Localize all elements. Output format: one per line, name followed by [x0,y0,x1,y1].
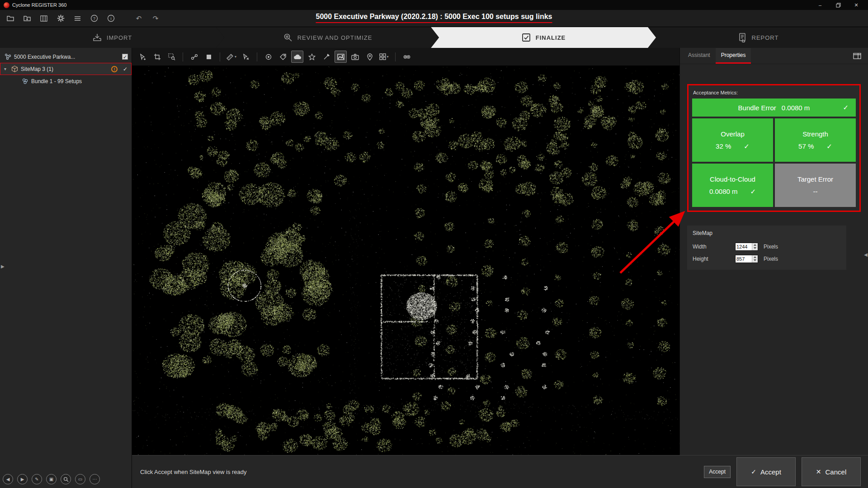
image-tool-button[interactable] [335,51,347,63]
tag-tool-button[interactable] [277,51,289,63]
viewport-toolbar: ▾ [132,48,679,66]
sitemap-height-row: Height Pixels [693,253,841,264]
help-button[interactable]: ? [88,13,100,24]
redo-button[interactable]: ↷ [150,13,161,24]
tree-item-sitemap[interactable]: ▾ SiteMap 3 (1) ! ✓ [0,63,132,75]
help-icon: ? [90,14,98,22]
fill-square-tool-button[interactable] [203,51,215,63]
select-tool-button[interactable] [137,51,149,63]
cancel-button[interactable]: ✕ Cancel [802,457,861,486]
folder-export-icon [24,15,31,22]
cloud-tool-button[interactable] [291,51,303,63]
left-panel-expander[interactable]: ▶ [1,264,5,269]
height-unit: Pixels [764,256,778,262]
expand-caret-icon[interactable]: ▾ [4,66,10,71]
tab-finalize-label: FINALIZE [536,34,566,41]
main-toolbar: ? i ↶ ↷ 5000 Executive Parkway (2020.2.1… [0,10,868,27]
check-icon: ✓ [843,103,849,112]
info-button[interactable]: i [105,13,117,24]
list-button[interactable] [71,13,83,24]
pick-tool-button[interactable] [240,51,252,63]
settings-button[interactable] [55,13,66,24]
height-stepper[interactable] [752,255,758,263]
toolbar-icons: ? i ↶ ↷ [5,13,161,24]
title-bar: Cyclone REGISTER 360 – ✕ [0,0,868,10]
panels-icon [40,15,47,22]
tree-item-project[interactable]: 5000 Executive Parkwa... ✓ [0,51,132,63]
measure-tool-button[interactable]: ▾ [225,51,237,63]
toolbar-separator [395,52,396,61]
tree-item-project-label: 5000 Executive Parkwa... [14,54,122,60]
report-doc-icon [737,33,747,42]
duplicate-button[interactable]: ▣ [46,474,57,484]
sitemap-check-icon[interactable]: ✓ [123,66,127,72]
undo-button[interactable]: ↶ [133,13,145,24]
strength-value: 57 % [798,142,814,150]
overlap-metric: Overlap 32 % ✓ [692,118,773,162]
warning-icon: ! [111,66,118,72]
target-tool-button[interactable] [262,51,274,63]
svg-text:i: i [110,16,111,21]
tab-import[interactable]: IMPORT [0,27,224,48]
folder-open-icon [7,15,14,22]
close-button[interactable]: ✕ [847,0,865,10]
height-input[interactable] [736,255,752,263]
cloud-to-cloud-label: Cloud-to-Cloud [710,175,755,183]
check-icon: ✓ [750,188,756,196]
draw-line-tool-button[interactable] [320,51,332,63]
panels-button[interactable] [38,13,50,24]
sitemap-title: SiteMap [693,230,841,236]
link-tool-button[interactable] [188,51,200,63]
bottom-action-bar: Click Accept when SiteMap view is ready … [132,455,868,488]
bundle-error-metric: Bundle Error 0.0080 m ✓ [692,99,856,117]
check-icon: ✓ [826,142,832,150]
target-error-label: Target Error [797,175,833,183]
right-panel-expander[interactable]: ◀ [864,252,868,257]
check-icon: ✓ [751,468,756,475]
window-title: Cyclone REGISTER 360 [12,2,66,8]
edit-button[interactable]: ✎ [32,474,42,484]
acceptance-metrics-box: Acceptance Metrics: Bundle Error 0.0080 … [687,84,861,212]
toolbar-separator [220,52,220,61]
polygon-tool-button[interactable] [306,51,318,63]
tab-report[interactable]: REPORT [648,27,868,48]
width-stepper[interactable] [752,243,758,250]
acceptance-metrics-title: Acceptance Metrics: [693,90,856,95]
tab-assistant[interactable]: Assistant [683,48,716,64]
tree-item-sitemap-label: SiteMap 3 (1) [21,66,108,72]
sitemap-width-row: Width Pixels [693,241,841,252]
pointcloud-viewport[interactable] [132,66,679,488]
zoom-button[interactable] [61,474,71,484]
tab-properties[interactable]: Properties [716,48,751,64]
project-visibility-checkbox[interactable]: ✓ [122,54,128,60]
project-icon [4,53,12,60]
caret-down-icon: ▾ [235,55,236,59]
minimize-button[interactable]: – [811,0,829,10]
status-text: Click Accept when SiteMap view is ready [140,469,247,475]
metric-grid: Overlap 32 % ✓ Strength 57 % ✓ Cloud-to-… [692,118,856,207]
camera-tool-button[interactable] [349,51,361,63]
accept-small-button[interactable]: Accept [704,466,731,478]
more-button[interactable]: ··· [90,474,100,484]
tab-finalize[interactable]: FINALIZE [431,27,656,48]
crop-tool-button[interactable] [151,51,163,63]
sync-settings-tool-button[interactable] [401,51,413,63]
pin-tool-button[interactable] [363,51,376,63]
app-logo-icon [4,2,9,8]
restore-icon [836,3,841,8]
panel-layout-button[interactable] [851,51,863,61]
nav-back-button[interactable]: ◀ [3,474,13,484]
tree-item-bundle[interactable]: Bundle 1 - 99 Setups [0,75,132,87]
save-project-button[interactable] [21,13,33,24]
tab-review-optimize[interactable]: REVIEW AND OPTIMIZE [216,27,439,48]
zoom-window-tool-button[interactable] [165,51,178,63]
accept-button[interactable]: ✓ Accept [736,457,796,486]
snapshot-button[interactable]: ▭ [75,474,85,484]
view-grid-tool-button[interactable]: ▾ [378,51,390,63]
maximize-button[interactable] [829,0,847,10]
open-project-button[interactable] [5,13,16,24]
cancel-button-label: Cancel [826,468,847,476]
target-error-value: -- [813,188,818,195]
nav-forward-button[interactable]: ▶ [17,474,28,484]
width-input[interactable] [736,243,752,250]
